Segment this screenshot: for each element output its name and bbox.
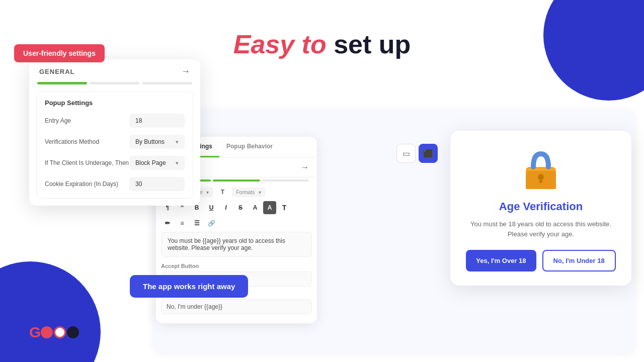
settings-row-entry-age: Entry Age 18: [45, 114, 185, 128]
header-normal: set up: [327, 30, 411, 59]
strikethrough-btn[interactable]: S: [234, 201, 247, 214]
general-card-header: GENERAL →: [29, 59, 200, 82]
settings-row-cookie: Cookie Expiration (In Days) 30: [45, 177, 185, 191]
verifications-label: Verifications Method: [45, 138, 129, 145]
desktop-view-button[interactable]: ⬛: [419, 144, 438, 163]
logo-circle-3: [67, 326, 79, 338]
progress-seg-3: [142, 82, 192, 84]
editor-content[interactable]: You must be {{age}} years old to access …: [161, 232, 312, 257]
logo-container: G: [29, 324, 79, 341]
reject-placeholder: No, I'm under {{age}}: [167, 303, 222, 310]
underage-value-text: Block Page: [135, 159, 166, 166]
logo: G: [29, 324, 79, 341]
reject-input[interactable]: No, I'm under {{age}}: [161, 299, 312, 314]
popup-settings-title: Popup Settings: [45, 99, 185, 107]
popup-settings-box: Popup Settings Entry Age 18 Verification…: [36, 92, 193, 199]
eraser-btn[interactable]: ✏: [161, 217, 174, 230]
accept-button-label: Accept Button: [161, 263, 312, 269]
logo-circles: [41, 326, 79, 338]
progress-bar-row: [29, 82, 200, 92]
editor-text: You must be {{age}} years old to access …: [168, 237, 285, 251]
cookie-label: Cookie Expiration (In Days): [45, 180, 129, 188]
desktop-icon: ⬛: [423, 149, 433, 158]
underage-value[interactable]: Block Page ▾: [129, 156, 185, 170]
progress-seg-2: [90, 82, 140, 84]
mobile-view-button[interactable]: ▭: [396, 144, 416, 163]
age-verification-panel: Age Verification You must be 18 years ol…: [450, 131, 631, 286]
general-card-title: GENERAL: [39, 68, 75, 75]
size-arrow: ▾: [206, 190, 209, 195]
user-friendly-badge: User-friendly settings: [14, 44, 105, 62]
logo-circle-1: [41, 326, 53, 338]
toolbar-row3: ✏ ≡ ☰ 🔗: [161, 217, 312, 230]
bold-btn-2[interactable]: T: [278, 201, 291, 214]
underage-label: If The Client Is Underage, Then: [45, 159, 129, 166]
progress-seg-1: [37, 82, 87, 84]
formats-label: Formats: [236, 190, 255, 195]
accept-button[interactable]: Yes, I'm Over 18: [466, 250, 536, 272]
view-toggle: ▭ ⬛: [396, 144, 438, 163]
tab-popup-behavior[interactable]: Popup Behavior: [219, 137, 280, 157]
content-arrow[interactable]: →: [301, 163, 309, 172]
formats-arrow: ▾: [259, 190, 261, 195]
content-seg-2: [213, 179, 260, 182]
age-verification-buttons: Yes, I'm Over 18 No, I'm Under 18: [465, 250, 616, 272]
text-format-icon[interactable]: T: [216, 186, 229, 199]
logo-circle-2: [54, 326, 66, 338]
svg-rect-5: [539, 178, 542, 183]
reject-button[interactable]: No, I'm Under 18: [542, 250, 616, 272]
bg-color-btn[interactable]: A: [263, 201, 276, 214]
age-verification-text: You must be 18 years old to access this …: [465, 219, 616, 239]
entry-age-label: Entry Age: [45, 117, 129, 124]
bg-circle-bottom-left: [0, 261, 101, 362]
logo-letter-g: G: [29, 324, 41, 341]
verifications-value[interactable]: By Buttons ▾: [129, 135, 185, 149]
lock-icon: [518, 146, 564, 191]
settings-row-verifications: Verifications Method By Buttons ▾: [45, 135, 185, 149]
align-left-btn[interactable]: ≡: [176, 217, 189, 230]
italic-btn[interactable]: I: [219, 201, 232, 214]
entry-age-value[interactable]: 18: [129, 114, 185, 128]
list-btn[interactable]: ☰: [190, 217, 203, 230]
cookie-value[interactable]: 30: [129, 177, 185, 191]
age-verification-title: Age Verification: [499, 200, 583, 213]
font-color-btn[interactable]: A: [249, 201, 262, 214]
underage-dropdown-arrow: ▾: [176, 160, 179, 166]
general-card-arrow[interactable]: →: [181, 66, 190, 77]
content-seg-3: [262, 179, 309, 182]
link-btn[interactable]: 🔗: [205, 217, 218, 230]
underline-btn[interactable]: U: [205, 201, 218, 214]
general-settings-card: GENERAL → Popup Settings Entry Age 18 Ve…: [29, 59, 200, 206]
app-works-badge: The app works right away: [130, 275, 248, 298]
verifications-value-text: By Buttons: [135, 138, 165, 145]
formats-select[interactable]: Formats ▾: [232, 188, 265, 197]
mobile-icon: ▭: [403, 149, 410, 158]
lock-icon-container: [518, 146, 564, 191]
header-highlight: Easy to: [233, 30, 327, 59]
verifications-dropdown-arrow: ▾: [176, 139, 179, 145]
settings-row-underage: If The Client Is Underage, Then Block Pa…: [45, 156, 185, 170]
